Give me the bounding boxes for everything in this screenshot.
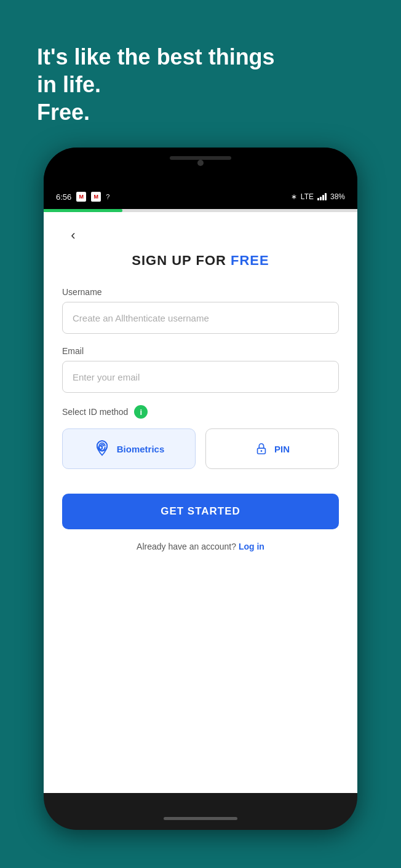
network-label: LTE (301, 192, 314, 201)
signal-bars (317, 193, 327, 200)
fingerprint-icon (93, 440, 111, 457)
select-id-row: Select ID method i (62, 405, 339, 419)
email-input[interactable] (62, 361, 339, 393)
login-row: Already have an account? Log in (62, 542, 339, 551)
svg-point-2 (261, 450, 263, 452)
bluetooth-icon: ∗ (291, 192, 297, 201)
battery-display: 38% (330, 192, 345, 201)
notch-area (44, 148, 357, 184)
get-started-button[interactable]: GET STARTED (62, 494, 339, 529)
page-title: SIGN UP FOR FREE (62, 253, 339, 269)
info-dot[interactable]: i (134, 405, 148, 419)
biometrics-button[interactable]: Biometrics (62, 428, 196, 469)
id-method-row: Biometrics PIN (62, 428, 339, 469)
status-left: 6:56 M M ? (56, 192, 109, 202)
notification-icon: ? (106, 193, 109, 200)
biometrics-label: Biometrics (117, 444, 165, 454)
already-account-text: Already have an account? (137, 542, 236, 551)
get-started-label: GET STARTED (161, 505, 240, 517)
username-label: Username (62, 287, 339, 297)
app-content: ‹ SIGN UP FOR FREE Username Email Select… (44, 209, 357, 793)
email-label: Email (62, 346, 339, 356)
form-area: ‹ SIGN UP FOR FREE Username Email Select… (44, 212, 357, 793)
gmail-icon-1: M (76, 192, 86, 202)
time-display: 6:56 (56, 192, 71, 202)
pin-label: PIN (274, 444, 290, 454)
title-free: FREE (231, 253, 269, 268)
gmail-icon-2: M (91, 192, 101, 202)
status-right: ∗ LTE 38% (291, 192, 345, 201)
select-id-label: Select ID method (62, 407, 128, 417)
tagline: It's like the best things in life. Free. (37, 43, 364, 126)
home-bar (164, 817, 237, 820)
lock-icon (255, 442, 268, 456)
status-bar: 6:56 M M ? ∗ LTE 38% (44, 184, 357, 209)
pin-button[interactable]: PIN (205, 428, 339, 469)
username-input[interactable] (62, 302, 339, 334)
title-static: SIGN UP FOR (132, 253, 231, 268)
camera-dot (197, 160, 204, 166)
phone-shell: 6:56 M M ? ∗ LTE 38% (44, 148, 357, 830)
login-link[interactable]: Log in (239, 542, 264, 551)
back-button[interactable]: ‹ (62, 224, 84, 247)
